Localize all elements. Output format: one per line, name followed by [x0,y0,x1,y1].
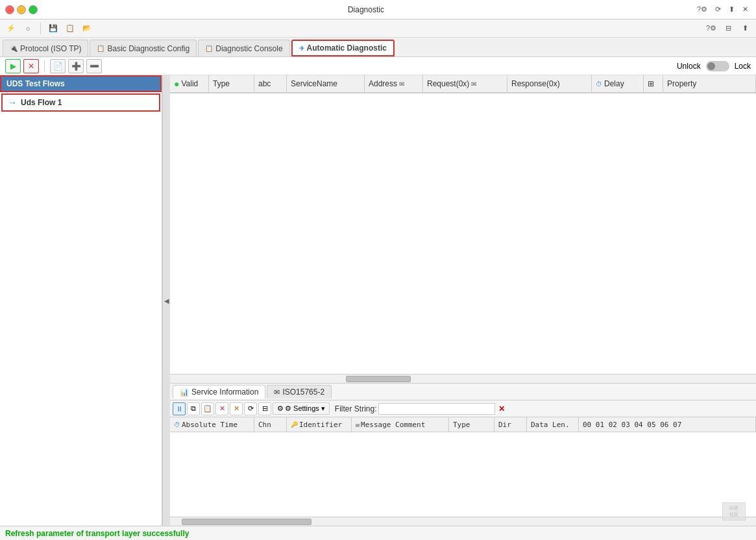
pause-btn[interactable]: ⏸ [173,402,186,415]
paste-btn[interactable]: 📋 [201,402,214,415]
settings-label: ⚙ Settings ▾ [285,404,325,413]
refresh-btn[interactable]: ⟳ [713,4,724,15]
request-mail-icon: ✉ [471,80,476,88]
toolbar-lightning[interactable]: ⚡ [4,21,18,36]
toolbar-right3[interactable]: ⬆ [738,21,752,36]
basic-config-icon: 📋 [97,45,104,52]
col-valid-label: Valid [181,79,198,88]
addr-mail-icon: ✉ [399,80,404,88]
tab-diagnostic-console[interactable]: 📋 Diagnostic Console [198,40,289,56]
dir-label: Dir [498,421,511,429]
sep1 [40,23,41,34]
bottom-scrollbar[interactable] [170,517,756,526]
rem-btn[interactable]: ➖ [86,59,102,73]
settings-btn[interactable]: ⚙ ⚙ Settings ▾ [273,402,330,415]
toolbar-right2[interactable]: ⊟ [721,21,735,36]
bottom-tab-service-info[interactable]: 📊 Service Information [173,385,265,399]
abs-time-clock-icon: ⏱ [174,421,180,428]
diag-console-icon: 📋 [205,45,213,52]
main-tabs: 🔌 Protocol (ISO TP) 📋 Basic Diagnostic C… [0,38,756,57]
toolbar-right1[interactable]: ?⚙ [704,21,718,36]
bottom-scrollbar-thumb[interactable] [182,519,311,525]
unlock-label: Unlock [677,62,701,71]
msg-comment-icon: ✉ [356,421,360,428]
right-panel: ● Valid Type abc ServiceName Address ✉ R… [170,75,756,526]
unlock-lock-toggle[interactable] [706,61,729,71]
new-btn[interactable]: 📄 [50,59,66,73]
main-toolbar: ⚡ ○ 💾 📋 📂 ?⚙ ⊟ ⬆ [0,19,756,38]
title-bar: Diagnostic ?⚙ ⟳ ⬆ ✕ [0,0,756,19]
valid-check-icon: ● [174,79,179,89]
delete-btn[interactable]: ✕ [215,402,228,415]
tab-protocol[interactable]: 🔌 Protocol (ISO TP) [3,40,88,56]
tab-protocol-label: Protocol (ISO TP) [20,44,81,53]
col-type-label: Type [213,79,230,88]
filter-input[interactable] [378,403,495,415]
flow-arrow-icon: → [8,97,17,108]
close-btn[interactable]: ✕ [740,4,751,15]
status-message: Refresh parameter of transport layer suc… [5,529,189,538]
status-bar: Refresh parameter of transport layer suc… [0,526,756,540]
left-panel-empty [0,113,162,526]
flow-item-1[interactable]: → Uds Flow 1 [1,93,160,112]
close-dot [5,5,14,14]
auto-diag-icon: ✈ [299,45,304,52]
service-info-label: Service Information [191,387,258,397]
history-btn[interactable]: ⟳ [244,402,257,415]
tab-automatic-diagnostic[interactable]: ✈ Automatic Diagnostic [291,40,395,56]
toolbar-save[interactable]: 💾 [46,21,60,36]
col-delay: ⏱ Delay [592,75,644,92]
tab-basic-config[interactable]: 📋 Basic Diagnostic Config [90,40,197,56]
left-panel: UDS Test Flows → Uds Flow 1 [0,75,162,526]
toolbar-open[interactable]: 📂 [80,21,94,36]
bottom-tabs: 📊 Service Information ✉ ISO15765-2 [170,384,756,400]
col-response-label: Response(0x) [511,79,560,88]
data-len-label: Data Len. [531,421,570,429]
copy-btn[interactable]: ⧉ [187,402,200,415]
col-type: Type [209,75,254,92]
col-request: Request(0x) ✉ [423,75,507,92]
col-servicename: ServiceName [287,75,365,92]
title-controls: ?⚙ ⟳ ⬆ ✕ [694,4,751,15]
collapse-handle[interactable]: ◀ [162,75,170,526]
left-panel-header: UDS Test Flows [0,75,162,92]
watermark: 问思社区 [714,498,753,524]
identifier-label: Identifier [299,421,342,429]
min-dot [17,5,26,14]
identifier-icon: 🔑 [291,421,298,428]
col-property: Property [663,75,756,92]
scrollbar-thumb[interactable] [346,376,411,382]
play-btn[interactable]: ▶ [5,59,21,73]
log-col-abs-time: ⏱ Absolute Time [170,417,254,432]
log-body[interactable] [170,432,756,517]
table-export-btn[interactable]: ⊟ [258,402,271,415]
grid-scrollbar-h[interactable] [170,374,756,383]
bottom-tab-iso15765[interactable]: ✉ ISO15765-2 [267,385,332,399]
toolbar-save2[interactable]: 📋 [63,21,77,36]
col-valid: ● Valid [170,75,209,92]
action-toolbar: ▶ ✕ 📄 ➕ ➖ Unlock Lock [0,57,756,75]
log-col-bytes: 00 01 02 03 04 05 06 07 [579,417,756,432]
help-btn[interactable]: ?⚙ [694,4,710,15]
share-btn[interactable]: ⬆ [726,4,737,15]
grid-body[interactable] [170,93,756,374]
log-header: ⏱ Absolute Time Chn 🔑 Identifier ✉ Messa… [170,417,756,432]
tab-automatic-diagnostic-label: Automatic Diagnostic [307,43,387,53]
log-col-type: Type [449,417,494,432]
cancel-btn[interactable]: ✕ [230,402,243,415]
window-title: Diagnostic [38,5,694,14]
log-col-data-len: Data Len. [527,417,579,432]
chn-label: Chn [258,421,271,429]
log-col-msg-comment: ✉ Message Comment [352,417,449,432]
filter-clear-btn[interactable]: ✕ [496,404,507,414]
title-bar-left [5,5,38,14]
stop-btn[interactable]: ✕ [23,59,39,73]
log-col-identifier: 🔑 Identifier [287,417,352,432]
watermark-logo: 问思社区 [722,502,746,521]
add-btn[interactable]: ➕ [68,59,84,73]
col-response: Response(0x) [507,75,592,92]
col-abc-label: abc [258,79,271,88]
log-col-dir: Dir [494,417,527,432]
toolbar-circle[interactable]: ○ [21,21,35,36]
flow-label-1: Uds Flow 1 [21,98,62,107]
